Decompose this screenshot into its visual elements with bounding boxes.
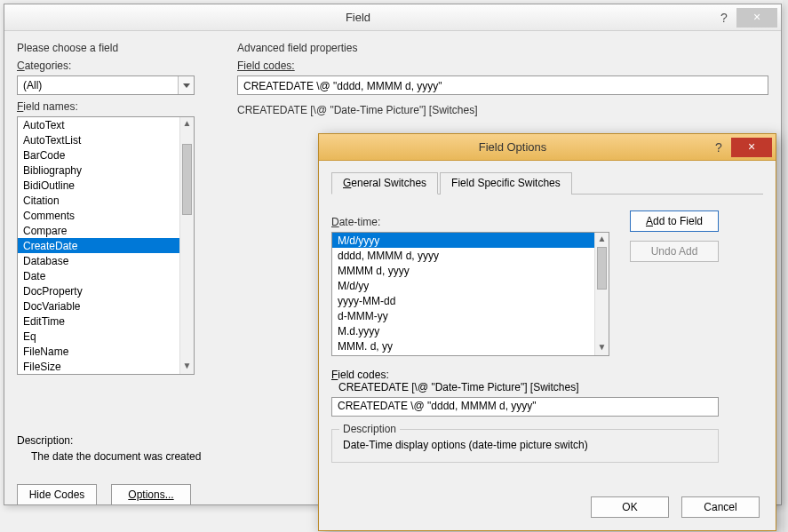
add-to-field-button[interactable]: Add to Field xyxy=(630,210,719,232)
field-name-item[interactable]: Eq xyxy=(18,329,179,344)
field-name-item[interactable]: Comments xyxy=(18,208,179,223)
options-left: Date-time: M/d/yyyydddd, MMMM d, yyyyMMM… xyxy=(331,210,616,463)
tab-field-specific-switches[interactable]: Field Specific Switches xyxy=(440,172,572,195)
date-time-item[interactable]: M.d.yyyy xyxy=(332,323,594,338)
choose-field-label: Please choose a field xyxy=(17,42,217,54)
date-time-item[interactable]: yyyy-MM-dd xyxy=(332,293,594,308)
date-time-item[interactable]: M/d/yyyy xyxy=(332,233,594,248)
fc-row: Field codes: CREATEDATE [\@ "Date-Time P… xyxy=(331,369,616,417)
hide-codes-button[interactable]: Hide Codes xyxy=(17,484,97,505)
categories-combo-value: (All) xyxy=(18,79,178,91)
help-icon[interactable]: ? xyxy=(712,11,736,25)
field-name-item[interactable]: AutoText xyxy=(18,117,179,132)
field-name-item[interactable]: DocVariable xyxy=(18,298,179,314)
field-titlebar[interactable]: Field ? × xyxy=(4,4,781,31)
scroll-thumb[interactable] xyxy=(182,144,192,215)
options-syntax-hint: CREATEDATE [\@ "Date-Time Picture"] [Swi… xyxy=(338,381,579,393)
date-time-item[interactable]: M/d/yy xyxy=(332,278,594,293)
cancel-button[interactable]: Cancel xyxy=(681,496,760,518)
options-field-codes-label: Field codes: xyxy=(331,369,389,381)
chevron-down-icon[interactable] xyxy=(178,76,194,94)
field-dialog-body: Please choose a field Categories: (All) … xyxy=(4,31,781,52)
date-time-listbox[interactable]: M/d/yyyydddd, MMMM d, yyyyMMMM d, yyyyM/… xyxy=(331,232,609,356)
date-time-item[interactable]: d-MMM-yy xyxy=(332,308,594,323)
scroll-thumb[interactable] xyxy=(597,247,607,290)
field-name-item[interactable]: FileName xyxy=(18,344,179,359)
scroll-track[interactable] xyxy=(595,247,609,341)
field-name-item[interactable]: BidiOutline xyxy=(18,178,179,193)
description-text: The date the document was created xyxy=(17,450,201,463)
scroll-down-icon[interactable]: ▼ xyxy=(180,360,194,374)
field-options-dialog: Field Options ? × General Switches Field… xyxy=(318,133,776,531)
options-body: General Switches Field Specific Switches… xyxy=(319,161,776,530)
categories-label: Categories: xyxy=(17,60,217,72)
field-codes-input[interactable]: CREATEDATE \@ "dddd, MMMM d, yyyy" xyxy=(237,75,768,95)
options-field-codes-input[interactable]: CREATEDATE \@ "dddd, MMMM d, yyyy" xyxy=(331,397,719,417)
field-name-item[interactable]: Date xyxy=(18,268,179,283)
description-block: Description: The date the document was c… xyxy=(17,434,201,463)
ok-button[interactable]: OK xyxy=(591,496,669,518)
field-name-item[interactable]: Citation xyxy=(18,193,179,208)
date-time-item[interactable]: dddd, MMMM d, yyyy xyxy=(332,248,594,263)
advanced-label: Advanced field properties xyxy=(237,42,768,54)
field-name-item[interactable]: CreateDate xyxy=(18,238,179,253)
field-name-item[interactable]: DocProperty xyxy=(18,283,179,298)
scroll-track[interactable] xyxy=(180,131,194,360)
scroll-down-icon[interactable]: ▼ xyxy=(595,341,609,355)
field-name-item[interactable]: EditTime xyxy=(18,314,179,329)
field-name-item[interactable]: Compare xyxy=(18,223,179,238)
field-names-listbox[interactable]: AutoTextAutoTextListBarCodeBibliographyB… xyxy=(17,116,195,375)
field-name-item[interactable]: Bibliography xyxy=(18,163,179,178)
undo-add-button: Undo Add xyxy=(630,241,719,262)
field-name-item[interactable]: AutoTextList xyxy=(18,132,179,147)
syntax-hint: CREATEDATE [\@ "Date-Time Picture"] [Swi… xyxy=(237,104,768,116)
field-name-item[interactable]: Database xyxy=(18,253,179,268)
description-legend: Description xyxy=(339,423,400,435)
scroll-up-icon[interactable]: ▲ xyxy=(180,117,194,131)
field-left-column: Please choose a field Categories: (All) … xyxy=(17,42,217,375)
field-right-column: Advanced field properties Field codes: C… xyxy=(237,42,768,120)
scrollbar[interactable]: ▲ ▼ xyxy=(594,233,609,355)
help-icon[interactable]: ? xyxy=(706,140,731,155)
field-name-item[interactable]: FileSize xyxy=(18,359,179,374)
description-label: Description: xyxy=(17,434,201,447)
ok-cancel-row: OK Cancel xyxy=(591,496,760,518)
scroll-up-icon[interactable]: ▲ xyxy=(595,233,609,247)
description-fieldset: Description Date-Time display options (d… xyxy=(331,429,719,463)
field-dialog-title: Field xyxy=(4,11,712,24)
field-name-item[interactable]: BarCode xyxy=(18,147,179,163)
options-button[interactable]: Options... xyxy=(111,484,191,505)
date-time-item[interactable]: MMMM d, yyyy xyxy=(332,263,594,278)
date-time-item[interactable]: MMM. d, yy xyxy=(332,338,594,353)
options-right: Add to Field Undo Add xyxy=(630,210,776,262)
window-edge xyxy=(783,0,788,532)
scrollbar[interactable]: ▲ ▼ xyxy=(179,117,194,374)
date-time-label: Date-time: xyxy=(331,216,616,228)
options-dialog-title: Field Options xyxy=(319,140,706,154)
options-titlebar[interactable]: Field Options ? × xyxy=(319,134,776,161)
categories-combo[interactable]: (All) xyxy=(17,75,195,95)
description-body: Date-Time display options (date-time pic… xyxy=(343,439,707,451)
tab-general-switches[interactable]: General Switches xyxy=(331,172,438,195)
close-icon[interactable]: × xyxy=(736,8,777,28)
options-tabs: General Switches Field Specific Switches xyxy=(331,171,763,195)
close-icon[interactable]: × xyxy=(731,138,772,157)
field-bottom-buttons: Hide Codes Options... xyxy=(17,484,191,505)
field-names-label: Field names: xyxy=(17,100,217,113)
field-codes-label: Field codes: xyxy=(237,60,768,72)
